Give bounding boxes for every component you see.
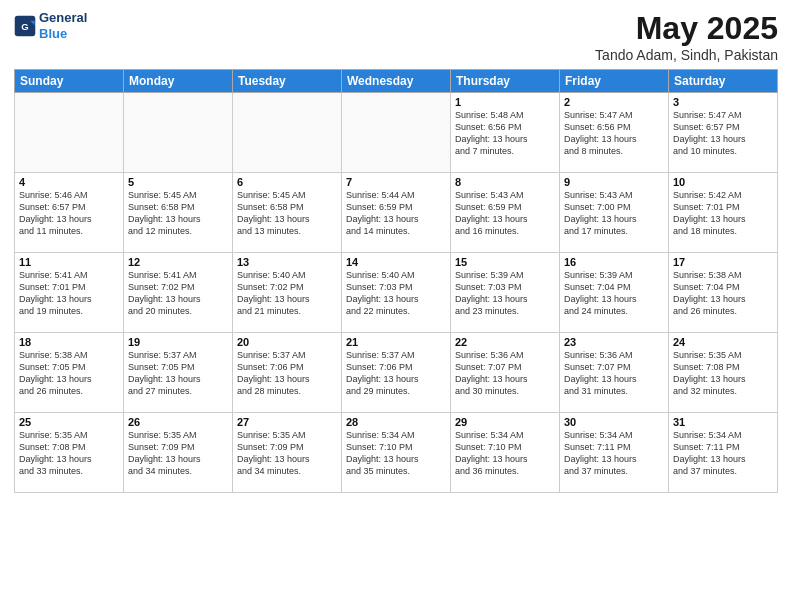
weekday-header-thursday: Thursday	[451, 70, 560, 93]
day-info: Sunrise: 5:41 AMSunset: 7:02 PMDaylight:…	[128, 269, 228, 318]
calendar-cell: 8Sunrise: 5:43 AMSunset: 6:59 PMDaylight…	[451, 173, 560, 253]
subtitle: Tando Adam, Sindh, Pakistan	[595, 47, 778, 63]
calendar-cell	[124, 93, 233, 173]
day-info: Sunrise: 5:34 AMSunset: 7:11 PMDaylight:…	[564, 429, 664, 478]
week-row-1: 4Sunrise: 5:46 AMSunset: 6:57 PMDaylight…	[15, 173, 778, 253]
day-info: Sunrise: 5:45 AMSunset: 6:58 PMDaylight:…	[237, 189, 337, 238]
weekday-header-row: SundayMondayTuesdayWednesdayThursdayFrid…	[15, 70, 778, 93]
day-info: Sunrise: 5:35 AMSunset: 7:08 PMDaylight:…	[673, 349, 773, 398]
calendar-cell: 14Sunrise: 5:40 AMSunset: 7:03 PMDayligh…	[342, 253, 451, 333]
day-info: Sunrise: 5:47 AMSunset: 6:57 PMDaylight:…	[673, 109, 773, 158]
week-row-4: 25Sunrise: 5:35 AMSunset: 7:08 PMDayligh…	[15, 413, 778, 493]
day-number: 14	[346, 256, 446, 268]
weekday-header-tuesday: Tuesday	[233, 70, 342, 93]
page: G General Blue May 2025 Tando Adam, Sind…	[0, 0, 792, 612]
day-number: 7	[346, 176, 446, 188]
day-number: 27	[237, 416, 337, 428]
day-info: Sunrise: 5:35 AMSunset: 7:09 PMDaylight:…	[128, 429, 228, 478]
weekday-header-sunday: Sunday	[15, 70, 124, 93]
calendar-cell: 19Sunrise: 5:37 AMSunset: 7:05 PMDayligh…	[124, 333, 233, 413]
day-info: Sunrise: 5:39 AMSunset: 7:03 PMDaylight:…	[455, 269, 555, 318]
day-info: Sunrise: 5:44 AMSunset: 6:59 PMDaylight:…	[346, 189, 446, 238]
day-number: 8	[455, 176, 555, 188]
day-info: Sunrise: 5:37 AMSunset: 7:06 PMDaylight:…	[237, 349, 337, 398]
day-number: 5	[128, 176, 228, 188]
logo-line1: General	[39, 10, 87, 26]
calendar-cell: 24Sunrise: 5:35 AMSunset: 7:08 PMDayligh…	[669, 333, 778, 413]
day-info: Sunrise: 5:43 AMSunset: 6:59 PMDaylight:…	[455, 189, 555, 238]
calendar-cell: 29Sunrise: 5:34 AMSunset: 7:10 PMDayligh…	[451, 413, 560, 493]
calendar-cell: 28Sunrise: 5:34 AMSunset: 7:10 PMDayligh…	[342, 413, 451, 493]
calendar-cell: 20Sunrise: 5:37 AMSunset: 7:06 PMDayligh…	[233, 333, 342, 413]
day-number: 26	[128, 416, 228, 428]
week-row-3: 18Sunrise: 5:38 AMSunset: 7:05 PMDayligh…	[15, 333, 778, 413]
day-info: Sunrise: 5:45 AMSunset: 6:58 PMDaylight:…	[128, 189, 228, 238]
day-number: 30	[564, 416, 664, 428]
calendar-cell: 12Sunrise: 5:41 AMSunset: 7:02 PMDayligh…	[124, 253, 233, 333]
day-number: 31	[673, 416, 773, 428]
calendar-cell: 7Sunrise: 5:44 AMSunset: 6:59 PMDaylight…	[342, 173, 451, 253]
week-row-2: 11Sunrise: 5:41 AMSunset: 7:01 PMDayligh…	[15, 253, 778, 333]
calendar-cell: 1Sunrise: 5:48 AMSunset: 6:56 PMDaylight…	[451, 93, 560, 173]
day-number: 25	[19, 416, 119, 428]
day-number: 20	[237, 336, 337, 348]
calendar: SundayMondayTuesdayWednesdayThursdayFrid…	[14, 69, 778, 493]
day-info: Sunrise: 5:43 AMSunset: 7:00 PMDaylight:…	[564, 189, 664, 238]
calendar-cell	[15, 93, 124, 173]
calendar-cell: 2Sunrise: 5:47 AMSunset: 6:56 PMDaylight…	[560, 93, 669, 173]
calendar-cell: 25Sunrise: 5:35 AMSunset: 7:08 PMDayligh…	[15, 413, 124, 493]
day-info: Sunrise: 5:40 AMSunset: 7:03 PMDaylight:…	[346, 269, 446, 318]
calendar-cell: 6Sunrise: 5:45 AMSunset: 6:58 PMDaylight…	[233, 173, 342, 253]
calendar-cell: 9Sunrise: 5:43 AMSunset: 7:00 PMDaylight…	[560, 173, 669, 253]
calendar-cell: 27Sunrise: 5:35 AMSunset: 7:09 PMDayligh…	[233, 413, 342, 493]
weekday-header-saturday: Saturday	[669, 70, 778, 93]
day-info: Sunrise: 5:37 AMSunset: 7:06 PMDaylight:…	[346, 349, 446, 398]
calendar-cell: 4Sunrise: 5:46 AMSunset: 6:57 PMDaylight…	[15, 173, 124, 253]
day-number: 11	[19, 256, 119, 268]
title-block: May 2025 Tando Adam, Sindh, Pakistan	[595, 10, 778, 63]
calendar-cell	[342, 93, 451, 173]
calendar-cell: 22Sunrise: 5:36 AMSunset: 7:07 PMDayligh…	[451, 333, 560, 413]
svg-text:G: G	[21, 20, 28, 31]
calendar-cell: 18Sunrise: 5:38 AMSunset: 7:05 PMDayligh…	[15, 333, 124, 413]
day-number: 15	[455, 256, 555, 268]
day-number: 3	[673, 96, 773, 108]
logo-icon: G	[14, 15, 36, 37]
calendar-cell: 23Sunrise: 5:36 AMSunset: 7:07 PMDayligh…	[560, 333, 669, 413]
day-number: 6	[237, 176, 337, 188]
weekday-header-wednesday: Wednesday	[342, 70, 451, 93]
day-number: 22	[455, 336, 555, 348]
day-number: 4	[19, 176, 119, 188]
calendar-cell: 10Sunrise: 5:42 AMSunset: 7:01 PMDayligh…	[669, 173, 778, 253]
day-info: Sunrise: 5:41 AMSunset: 7:01 PMDaylight:…	[19, 269, 119, 318]
day-number: 29	[455, 416, 555, 428]
calendar-cell: 11Sunrise: 5:41 AMSunset: 7:01 PMDayligh…	[15, 253, 124, 333]
day-info: Sunrise: 5:37 AMSunset: 7:05 PMDaylight:…	[128, 349, 228, 398]
day-info: Sunrise: 5:46 AMSunset: 6:57 PMDaylight:…	[19, 189, 119, 238]
day-info: Sunrise: 5:34 AMSunset: 7:10 PMDaylight:…	[346, 429, 446, 478]
logo: G General Blue	[14, 10, 87, 41]
calendar-cell: 17Sunrise: 5:38 AMSunset: 7:04 PMDayligh…	[669, 253, 778, 333]
day-number: 2	[564, 96, 664, 108]
day-info: Sunrise: 5:38 AMSunset: 7:05 PMDaylight:…	[19, 349, 119, 398]
weekday-header-friday: Friday	[560, 70, 669, 93]
calendar-cell: 13Sunrise: 5:40 AMSunset: 7:02 PMDayligh…	[233, 253, 342, 333]
day-number: 24	[673, 336, 773, 348]
day-info: Sunrise: 5:42 AMSunset: 7:01 PMDaylight:…	[673, 189, 773, 238]
day-info: Sunrise: 5:35 AMSunset: 7:08 PMDaylight:…	[19, 429, 119, 478]
day-number: 9	[564, 176, 664, 188]
day-info: Sunrise: 5:47 AMSunset: 6:56 PMDaylight:…	[564, 109, 664, 158]
day-info: Sunrise: 5:38 AMSunset: 7:04 PMDaylight:…	[673, 269, 773, 318]
calendar-cell: 5Sunrise: 5:45 AMSunset: 6:58 PMDaylight…	[124, 173, 233, 253]
logo-text: General Blue	[39, 10, 87, 41]
day-info: Sunrise: 5:40 AMSunset: 7:02 PMDaylight:…	[237, 269, 337, 318]
day-number: 23	[564, 336, 664, 348]
header: G General Blue May 2025 Tando Adam, Sind…	[14, 10, 778, 63]
day-info: Sunrise: 5:36 AMSunset: 7:07 PMDaylight:…	[455, 349, 555, 398]
day-info: Sunrise: 5:39 AMSunset: 7:04 PMDaylight:…	[564, 269, 664, 318]
main-title: May 2025	[595, 10, 778, 47]
day-number: 10	[673, 176, 773, 188]
logo-line2: Blue	[39, 26, 87, 42]
day-info: Sunrise: 5:34 AMSunset: 7:10 PMDaylight:…	[455, 429, 555, 478]
calendar-cell	[233, 93, 342, 173]
